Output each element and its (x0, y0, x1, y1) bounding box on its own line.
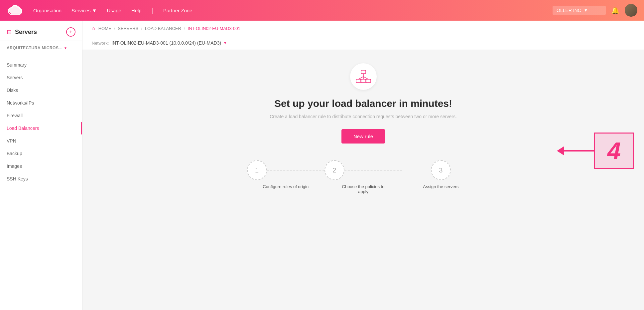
nav-services[interactable]: Services ▼ (71, 8, 97, 13)
nav-partner-zone[interactable]: Partner Zone (163, 8, 193, 13)
sidebar-item-vpn[interactable]: VPN (0, 135, 82, 147)
sidebar-item-backup[interactable]: Backup (0, 147, 82, 160)
sidebar-header: ⊟ Servers + (0, 21, 82, 41)
step-1-label: Configure rules of origin (263, 184, 309, 189)
annotation-4-arrow (557, 146, 594, 155)
sidebar-item-networks-ips[interactable]: Networks/IPs (0, 97, 82, 109)
sidebar-item-images[interactable]: Images (0, 160, 82, 172)
annotation-4-box: 4 (594, 133, 634, 169)
svg-rect-2 (361, 79, 366, 83)
step-3: 3 Assign the servers (402, 160, 479, 189)
sidebar-item-summary[interactable]: Summary (0, 59, 82, 71)
add-server-button[interactable]: + (66, 27, 75, 37)
step-3-circle-row: 3 (402, 160, 479, 180)
network-line (234, 43, 635, 43)
load-balancer-icon (356, 69, 371, 84)
step-1-num: 1 (255, 166, 259, 174)
step-1-circle-row: 1 (247, 160, 324, 180)
nav-links: Organisation Services ▼ Usage Help | Par… (33, 7, 553, 14)
network-caret-icon: ▼ (223, 41, 227, 45)
content-area: ⌂ HOME / SERVERS / LOAD BALANCER / INT-O… (82, 21, 644, 310)
sidebar-title-row: ⊟ Servers (7, 28, 37, 36)
avatar[interactable] (625, 4, 637, 17)
network-selector[interactable]: INT-OLIN02-EU-MAD3-001 (10.0.0.0/24) (EU… (111, 40, 227, 46)
network-label: Network: (92, 41, 109, 46)
main-layout: ⊟ Servers + ARQUITECTURA MICROS... ▼ Sum… (0, 21, 644, 310)
step-2: 2 Choose the policies to apply (324, 160, 402, 194)
step-3-num: 3 (439, 166, 443, 174)
lb-headline: Set up your load balancer in minutes! (274, 98, 452, 109)
steps-row: 1 Configure rules of origin 2 Choose the (247, 160, 480, 194)
breadcrumb-load-balancer[interactable]: LOAD BALANCER (145, 26, 181, 31)
sidebar-item-disks[interactable]: Disks (0, 84, 82, 97)
lb-subtext: Create a load balancer rule to distribut… (270, 114, 457, 119)
org-name: OLLER INC (557, 8, 581, 13)
network-value: INT-OLIN02-EU-MAD3-001 (10.0.0.0/24) (EU… (111, 40, 221, 46)
org-caret-icon: ▼ (584, 8, 588, 13)
breadcrumb: ⌂ HOME / SERVERS / LOAD BALANCER / INT-O… (82, 21, 644, 36)
step-2-num: 2 (332, 166, 336, 174)
svg-line-5 (358, 77, 363, 79)
nav-help[interactable]: Help (131, 8, 142, 13)
svg-rect-0 (361, 70, 366, 74)
svg-line-7 (363, 77, 368, 79)
home-icon: ⌂ (92, 25, 95, 31)
account-caret-icon: ▼ (64, 46, 67, 50)
breadcrumb-sep-2: / (141, 26, 142, 31)
step-3-circle: 3 (431, 160, 451, 180)
main-content: Set up your load balancer in minutes! Cr… (82, 50, 644, 310)
network-bar: Network: INT-OLIN02-EU-MAD3-001 (10.0.0.… (82, 36, 644, 50)
notifications-bell-icon[interactable]: 🔔 (611, 6, 619, 14)
annotation-4-num: 4 (607, 137, 621, 164)
breadcrumb-servers[interactable]: SERVERS (118, 26, 138, 31)
svg-rect-3 (366, 79, 371, 83)
sidebar: ⊟ Servers + ARQUITECTURA MICROS... ▼ Sum… (0, 21, 82, 310)
nav-organisation[interactable]: Organisation (33, 8, 62, 13)
step-2-circle-row: 2 (324, 160, 402, 180)
sidebar-nav: Summary Servers Disks Networks/IPs Firew… (0, 55, 82, 188)
new-rule-button[interactable]: New rule (341, 129, 385, 144)
sidebar-item-ssh-keys[interactable]: SSH Keys (0, 172, 82, 185)
services-caret-icon: ▼ (92, 8, 97, 13)
svg-rect-1 (356, 79, 361, 83)
account-name: ARQUITECTURA MICROS... (7, 46, 63, 50)
servers-icon: ⊟ (7, 28, 12, 36)
account-selector[interactable]: ARQUITECTURA MICROS... ▼ (0, 41, 82, 55)
nav-divider: | (152, 7, 153, 14)
org-selector[interactable]: OLLER INC ▼ (553, 6, 606, 15)
step-3-label: Assign the servers (423, 184, 458, 189)
step-connector-1 (267, 170, 324, 170)
step-2-label: Choose the policies to apply (340, 184, 386, 194)
breadcrumb-current: INT-OLIN02-EU-MAD3-001 (188, 26, 240, 31)
sidebar-item-firewall[interactable]: Firewall (0, 109, 82, 122)
breadcrumb-sep-3: / (184, 26, 185, 31)
breadcrumb-sep-1: / (114, 26, 115, 31)
breadcrumb-home[interactable]: HOME (98, 26, 111, 31)
step-connector-2 (344, 170, 402, 170)
sidebar-item-servers[interactable]: Servers (0, 71, 82, 84)
lb-icon-container (350, 63, 377, 90)
step-1: 1 Configure rules of origin (247, 160, 324, 189)
nav-usage[interactable]: Usage (107, 8, 121, 13)
step-2-circle: 2 (324, 160, 344, 180)
sidebar-item-load-balancers[interactable]: Load Balancers (0, 122, 82, 135)
avatar-image (625, 4, 637, 17)
sidebar-title: Servers (15, 29, 37, 36)
step-1-circle: 1 (247, 160, 267, 180)
topnav-right: OLLER INC ▼ 🔔 (553, 4, 637, 17)
logo[interactable] (7, 4, 23, 17)
topnav: Organisation Services ▼ Usage Help | Par… (0, 0, 644, 21)
